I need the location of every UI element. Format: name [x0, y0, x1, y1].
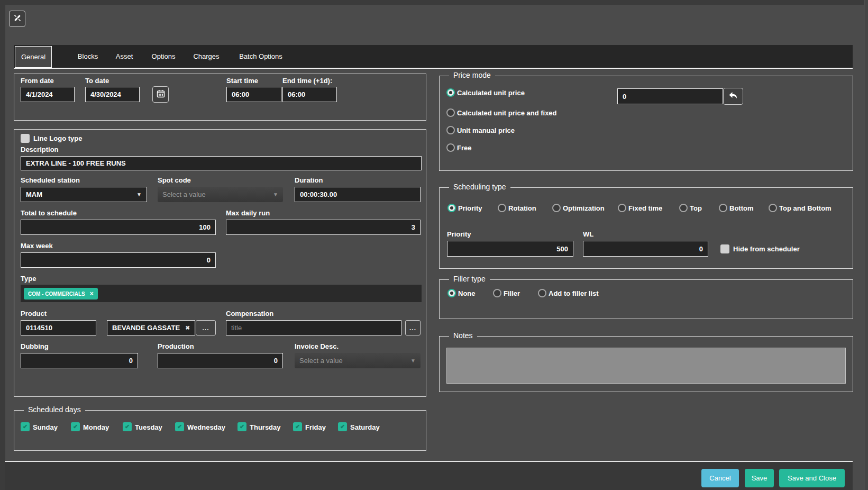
day-checkbox-friday[interactable]: ✔ — [293, 422, 302, 431]
tab-batch-options[interactable]: Batch Options — [232, 45, 290, 68]
product-code-input[interactable]: 0114510 — [21, 320, 96, 335]
unlink-button[interactable] — [9, 11, 25, 27]
radio-top-and-bottom[interactable] — [769, 204, 777, 212]
save-and-close-button[interactable]: Save and Close — [779, 469, 845, 487]
remove-product-icon[interactable]: ✖ — [186, 325, 190, 331]
radio-fixed-time[interactable] — [618, 204, 626, 212]
type-tag[interactable]: COM - COMMERCIALS× — [24, 288, 98, 300]
from-date-input[interactable]: 4/1/2024 — [21, 87, 75, 102]
total-to-schedule-input[interactable]: 100 — [21, 220, 216, 235]
end-time-input[interactable]: 06:00 — [282, 87, 337, 102]
max-week-label: Max week — [21, 242, 53, 250]
day-label-tuesday[interactable]: Tuesday — [135, 423, 162, 431]
priority-input[interactable]: 500 — [447, 241, 573, 257]
compensation-input[interactable]: title — [226, 320, 401, 335]
day-label-sunday[interactable]: Sunday — [33, 423, 58, 431]
radio-top[interactable] — [679, 204, 688, 212]
radio-priority[interactable] — [447, 204, 456, 212]
radio-label-top-and-bottom[interactable]: Top and Bottom — [779, 204, 832, 212]
radio-none[interactable] — [447, 289, 456, 297]
priority-label: Priority — [447, 230, 471, 238]
day-label-saturday[interactable]: Saturday — [350, 423, 380, 431]
type-tag-container[interactable]: COM - COMMERCIALS× — [21, 285, 422, 302]
radio-label-top[interactable]: Top — [690, 204, 702, 212]
radio-label-fixed-time[interactable]: Fixed time — [628, 204, 662, 212]
spot-code-label: Spot code — [158, 176, 191, 184]
radio-label-unit-manual-price[interactable]: Unit manual price — [457, 126, 515, 134]
line-logo-checkbox[interactable] — [21, 134, 30, 143]
footer-bar: Cancel Save Save and Close — [5, 461, 853, 490]
description-input[interactable]: EXTRA LINE - 100 FREE RUNS — [21, 156, 422, 170]
product-name-input[interactable]: BEVANDE GASSATE✖ — [107, 320, 195, 335]
scheduled-station-select[interactable]: MAM▼ — [21, 187, 147, 202]
tab-general[interactable]: General — [15, 46, 52, 68]
radio-label-add-to-filler-list[interactable]: Add to filler list — [549, 289, 599, 297]
max-daily-run-input[interactable]: 3 — [226, 220, 421, 235]
line-logo-label[interactable]: Line Logo type — [33, 134, 82, 142]
radio-label-priority[interactable]: Priority — [458, 204, 482, 212]
radio-label-free[interactable]: Free — [457, 144, 471, 152]
wl-input[interactable]: 0 — [583, 241, 708, 257]
day-checkbox-thursday[interactable]: ✔ — [237, 422, 246, 431]
radio-free[interactable] — [446, 143, 455, 152]
radio-calculated-unit-price-fixed[interactable] — [446, 108, 455, 117]
max-week-input[interactable]: 0 — [21, 252, 216, 268]
radio-optimization[interactable] — [552, 204, 561, 212]
tab-blocks[interactable]: Blocks — [69, 45, 107, 68]
hide-from-scheduler-checkbox[interactable] — [720, 244, 729, 253]
radio-label-filler[interactable]: Filler — [504, 289, 520, 297]
scheduling-type-legend: Scheduling type — [449, 183, 510, 191]
radio-calculated-unit-price[interactable] — [446, 88, 455, 97]
day-checkbox-tuesday[interactable]: ✔ — [123, 422, 132, 431]
calendar-button[interactable] — [152, 86, 169, 103]
day-checkbox-wednesday[interactable]: ✔ — [175, 422, 184, 431]
calendar-icon — [157, 89, 165, 100]
hide-from-scheduler-label[interactable]: Hide from scheduler — [733, 245, 800, 253]
product-browse-button[interactable]: ... — [196, 320, 216, 335]
remove-tag-icon[interactable]: × — [90, 290, 94, 297]
radio-label-calculated-unit-price-fixed[interactable]: Calculated unit price and fixed — [457, 109, 557, 117]
production-input[interactable]: 0 — [158, 353, 283, 368]
day-label-monday[interactable]: Monday — [83, 423, 109, 431]
day-label-thursday[interactable]: Thursday — [250, 423, 281, 431]
day-checkbox-monday[interactable]: ✔ — [71, 422, 80, 431]
total-to-schedule-label: Total to schedule — [21, 209, 77, 217]
day-checkbox-saturday[interactable]: ✔ — [338, 422, 347, 431]
type-label: Type — [21, 275, 36, 283]
day-label-friday[interactable]: Friday — [305, 423, 326, 431]
filler-type-group: Filler type None Filler Add to filler li… — [439, 279, 853, 319]
dubbing-input[interactable]: 0 — [21, 353, 138, 368]
scheduled-days-legend: Scheduled days — [24, 405, 85, 414]
to-date-input[interactable]: 4/30/2024 — [85, 87, 140, 102]
radio-label-rotation[interactable]: Rotation — [508, 204, 536, 212]
radio-bottom[interactable] — [719, 204, 727, 212]
date-range-group: From date 4/1/2024 To date 4/30/2024 Sta… — [14, 74, 426, 121]
chevron-down-icon: ▼ — [136, 192, 142, 197]
undo-icon — [728, 92, 738, 102]
save-button[interactable]: Save — [745, 469, 774, 487]
compensation-browse-button[interactable]: ... — [405, 320, 421, 335]
radio-label-bottom[interactable]: Bottom — [729, 204, 754, 212]
price-undo-button[interactable] — [723, 88, 743, 105]
tab-options[interactable]: Options — [145, 45, 182, 68]
radio-add-to-filler-list[interactable] — [538, 289, 546, 297]
notes-textarea[interactable] — [446, 348, 846, 384]
invoice-desc-select[interactable]: Select a value▼ — [295, 353, 421, 368]
duration-input[interactable]: 00:00:30.00 — [295, 187, 421, 202]
radio-label-none[interactable]: None — [458, 289, 476, 297]
price-value-input[interactable]: 0 — [617, 88, 723, 104]
day-label-wednesday[interactable]: Wednesday — [187, 423, 225, 431]
radio-unit-manual-price[interactable] — [446, 126, 455, 134]
radio-label-calculated-unit-price[interactable]: Calculated unit price — [457, 89, 525, 97]
production-label: Production — [158, 342, 194, 350]
tab-asset[interactable]: Asset — [108, 45, 141, 68]
tab-charges[interactable]: Charges — [187, 45, 225, 68]
cancel-button[interactable]: Cancel — [701, 469, 739, 487]
day-checkbox-sunday[interactable]: ✔ — [21, 422, 30, 431]
radio-rotation[interactable] — [498, 204, 506, 212]
start-time-input[interactable]: 06:00 — [226, 87, 281, 102]
radio-filler[interactable] — [493, 289, 501, 297]
notes-legend: Notes — [449, 331, 477, 340]
spot-code-select[interactable]: Select a value▼ — [158, 187, 283, 202]
radio-label-optimization[interactable]: Optimization — [563, 204, 605, 212]
